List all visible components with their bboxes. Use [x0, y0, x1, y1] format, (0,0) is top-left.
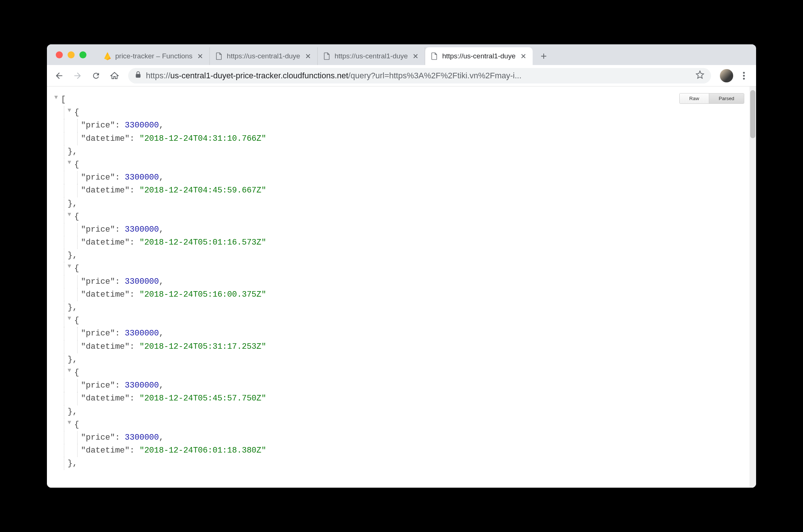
tab-title: price-tracker – Functions [115, 52, 192, 60]
json-tree: ▼ [▼ { "price": 3300000, "datetime": "20… [47, 86, 756, 477]
browser-tab-active[interactable]: https://us-central1-duye [425, 47, 533, 65]
firebase-icon [103, 52, 112, 60]
browser-tab[interactable]: https://us-central1-duye [210, 47, 318, 65]
window-controls [51, 44, 91, 65]
file-icon [215, 52, 223, 60]
view-toggle: Raw Parsed [679, 93, 744, 104]
minimize-window-button[interactable] [68, 51, 75, 58]
tabs-list: price-tracker – Functions https://us-cen… [98, 44, 551, 65]
close-tab-button[interactable] [196, 52, 204, 60]
scrollbar-track [749, 86, 756, 488]
disclosure-triangle-icon[interactable]: ▼ [68, 418, 74, 431]
svg-point-2 [743, 75, 745, 76]
url-text: https://us-central1-duyet-price-tracker.… [146, 71, 691, 81]
maximize-window-button[interactable] [79, 51, 86, 58]
scrollbar-thumb[interactable] [750, 90, 755, 138]
menu-button[interactable] [736, 68, 752, 83]
close-tab-button[interactable] [519, 52, 527, 60]
parsed-view-button[interactable]: Parsed [709, 93, 744, 103]
disclosure-triangle-icon[interactable]: ▼ [68, 366, 74, 379]
browser-tab[interactable]: https://us-central1-duye [318, 47, 426, 65]
profile-avatar[interactable] [720, 69, 733, 82]
disclosure-triangle-icon[interactable]: ▼ [68, 158, 74, 171]
close-window-button[interactable] [56, 51, 63, 58]
svg-point-1 [743, 72, 745, 74]
disclosure-triangle-icon[interactable]: ▼ [68, 314, 74, 327]
close-tab-button[interactable] [411, 52, 420, 60]
toolbar: https://us-central1-duyet-price-tracker.… [47, 65, 756, 86]
new-tab-button[interactable] [536, 47, 551, 65]
disclosure-triangle-icon[interactable]: ▼ [68, 210, 74, 223]
tab-title: https://us-central1-duye [335, 52, 408, 60]
tab-title: https://us-central1-duye [442, 52, 516, 60]
forward-button[interactable] [70, 68, 85, 83]
disclosure-triangle-icon[interactable]: ▼ [54, 93, 61, 106]
reload-button[interactable] [88, 68, 104, 83]
raw-view-button[interactable]: Raw [680, 93, 709, 103]
browser-tab[interactable]: price-tracker – Functions [98, 47, 210, 65]
back-button[interactable] [51, 68, 67, 83]
bookmark-star-icon[interactable] [696, 70, 704, 81]
disclosure-triangle-icon[interactable]: ▼ [68, 106, 74, 119]
disclosure-triangle-icon[interactable]: ▼ [68, 262, 74, 275]
svg-point-3 [743, 78, 745, 79]
svg-rect-0 [136, 74, 141, 78]
tab-title: https://us-central1-duye [227, 52, 300, 60]
home-button[interactable] [107, 68, 122, 83]
page-content: Raw Parsed ▼ [▼ { "price": 3300000, "dat… [47, 86, 756, 488]
lock-icon [135, 71, 141, 81]
file-icon [323, 52, 331, 60]
address-bar[interactable]: https://us-central1-duyet-price-tracker.… [128, 68, 711, 83]
close-tab-button[interactable] [304, 52, 312, 60]
tab-bar: price-tracker – Functions https://us-cen… [47, 44, 756, 65]
browser-window: price-tracker – Functions https://us-cen… [47, 44, 756, 488]
file-icon [430, 52, 438, 60]
